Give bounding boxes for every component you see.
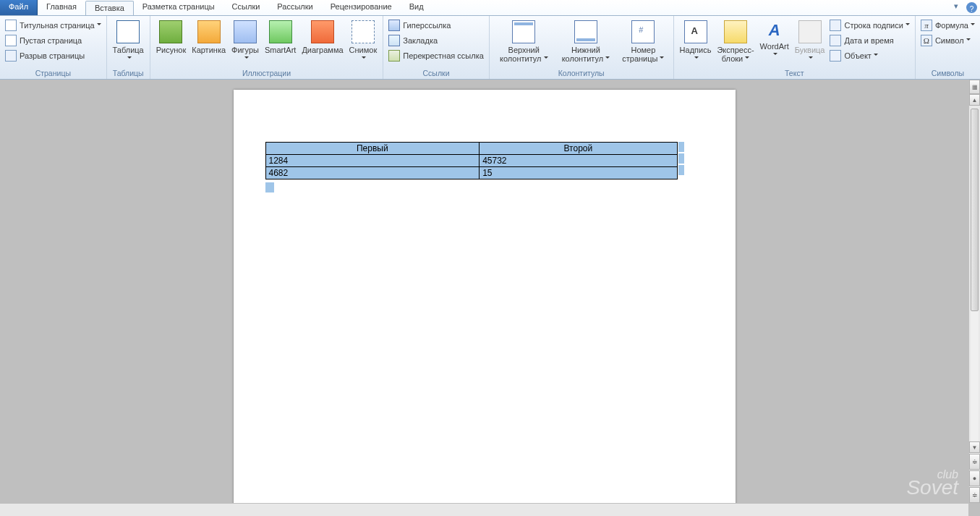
dropcap-icon	[798, 20, 822, 43]
tab-references[interactable]: Ссылки	[223, 0, 269, 15]
group-label-links: Ссылки	[386, 68, 486, 79]
page-number-icon	[631, 20, 655, 43]
object-button[interactable]: Объект	[827, 48, 911, 63]
tab-file[interactable]: Файл	[0, 0, 38, 15]
hyperlink-icon	[388, 20, 400, 31]
textbox-button[interactable]: Надпись	[677, 17, 715, 64]
equation-icon: π	[921, 20, 932, 31]
document-workspace[interactable]: Первый Второй 1284 45732 4682 15	[0, 80, 968, 503]
ruler-toggle-icon[interactable]: ▦	[969, 80, 980, 94]
date-icon	[830, 35, 841, 46]
object-icon	[830, 50, 841, 62]
help-icon[interactable]: ?	[966, 2, 977, 13]
chart-button[interactable]: Диаграмма	[299, 17, 346, 56]
smartart-button[interactable]: SmartArt	[262, 17, 299, 56]
group-header-footer: Верхний колонтитул Нижний колонтитул Ном…	[490, 16, 674, 79]
table-header-row[interactable]: Первый Второй	[265, 143, 677, 155]
scroll-down-icon[interactable]: ▼	[969, 441, 980, 453]
header-button[interactable]: Верхний колонтитул	[493, 17, 555, 64]
textbox-icon	[684, 20, 707, 43]
group-label-tables: Таблицы	[110, 68, 147, 79]
group-label-symbols: Символы	[919, 68, 977, 79]
group-illustrations: Рисунок Картинка Фигуры SmartArt Диаграм…	[150, 16, 384, 79]
page-break-button[interactable]: Разрыв страницы	[3, 48, 103, 63]
footer-button[interactable]: Нижний колонтитул	[555, 17, 616, 64]
group-label-illustrations: Иллюстрации	[153, 68, 380, 79]
tab-view[interactable]: Вид	[401, 0, 433, 15]
document-table[interactable]: Первый Второй 1284 45732 4682 15	[265, 142, 678, 179]
quickparts-button[interactable]: Экспресс-блоки	[714, 17, 757, 64]
cover-page-icon	[5, 20, 17, 31]
table-header-cell[interactable]: Второй	[480, 143, 677, 155]
table-cell[interactable]: 4682	[265, 167, 480, 179]
picture-icon	[159, 20, 182, 43]
browse-object-icon[interactable]: ●	[969, 470, 980, 486]
text-cursor	[265, 182, 274, 193]
tab-mailings[interactable]: Рассылки	[268, 0, 321, 15]
table-cell[interactable]: 15	[480, 167, 677, 179]
smartart-icon	[269, 20, 292, 43]
group-symbols: πФормула ΩСимвол Символы	[916, 16, 980, 79]
blank-page-button[interactable]: Пустая страница	[3, 33, 103, 48]
table-cell[interactable]: 45732	[480, 155, 677, 167]
group-tables: Таблица Таблицы	[107, 16, 150, 79]
page-break-icon	[5, 50, 17, 62]
signature-icon	[830, 20, 841, 31]
bookmark-icon	[388, 35, 400, 46]
page-number-button[interactable]: Номер страницы	[616, 17, 670, 64]
group-label-pages: Страницы	[3, 68, 103, 79]
picture-button[interactable]: Рисунок	[153, 17, 189, 56]
table-icon	[116, 20, 140, 43]
vertical-scrollbar[interactable]: ▦ ▲ ▼ ≑ ● ≑	[968, 80, 980, 503]
tab-layout[interactable]: Разметка страницы	[134, 0, 223, 15]
group-label-header-footer: Колонтитулы	[493, 68, 670, 79]
bookmark-button[interactable]: Закладка	[386, 33, 486, 48]
table-button[interactable]: Таблица	[110, 17, 147, 64]
minimize-ribbon-icon[interactable]: ▾	[949, 0, 963, 15]
header-icon	[512, 20, 535, 43]
tab-home[interactable]: Главная	[38, 0, 85, 15]
cross-reference-button[interactable]: Перекрестная ссылка	[386, 48, 486, 63]
table-row[interactable]: 1284 45732	[265, 155, 677, 167]
chart-icon	[311, 20, 334, 43]
clipart-icon	[197, 20, 221, 43]
table-cell[interactable]: 1284	[265, 155, 480, 167]
next-page-icon[interactable]: ≑	[969, 487, 980, 503]
dropcap-button[interactable]: Буквица	[792, 17, 828, 64]
clipart-button[interactable]: Картинка	[189, 17, 229, 56]
document-page[interactable]: Первый Второй 1284 45732 4682 15	[234, 90, 736, 503]
menu-tabs: Файл Главная Вставка Разметка страницы С…	[0, 0, 980, 16]
symbol-icon: Ω	[921, 35, 932, 46]
cover-page-button[interactable]: Титульная страница	[3, 17, 103, 33]
screenshot-icon	[351, 20, 375, 43]
table-header-cell[interactable]: Первый	[265, 143, 480, 155]
hyperlink-button[interactable]: Гиперссылка	[386, 17, 486, 33]
wordart-button[interactable]: AWordArt	[757, 17, 792, 61]
scroll-track[interactable]	[971, 109, 979, 460]
blank-page-icon	[5, 35, 17, 46]
horizontal-scrollbar[interactable]	[0, 503, 968, 516]
signature-line-button[interactable]: Строка подписи	[827, 17, 911, 33]
group-label-text: Текст	[677, 68, 912, 79]
wordart-icon: A	[763, 19, 786, 42]
tab-insert[interactable]: Вставка	[85, 1, 134, 15]
table-row[interactable]: 4682 15	[265, 167, 677, 179]
shapes-button[interactable]: Фигуры	[229, 17, 262, 64]
shapes-icon	[234, 20, 257, 43]
equation-button[interactable]: πФормула	[919, 17, 977, 33]
screenshot-button[interactable]: Снимок	[346, 17, 380, 64]
tab-review[interactable]: Рецензирование	[322, 0, 401, 15]
scroll-up-icon[interactable]: ▲	[969, 94, 980, 106]
date-time-button[interactable]: Дата и время	[827, 33, 911, 48]
group-links: Гиперссылка Закладка Перекрестная ссылка…	[383, 16, 490, 79]
selection-handle	[678, 142, 684, 152]
group-text: Надпись Экспресс-блоки AWordArt Буквица …	[674, 16, 916, 79]
selection-handle	[678, 165, 684, 175]
prev-page-icon[interactable]: ≑	[969, 454, 980, 470]
selection-handle	[678, 153, 684, 164]
quickparts-icon	[724, 20, 747, 43]
cross-ref-icon	[388, 50, 400, 62]
scroll-thumb[interactable]	[971, 109, 979, 311]
group-pages: Титульная страница Пустая страница Разры…	[0, 16, 107, 79]
symbol-button[interactable]: ΩСимвол	[919, 33, 977, 48]
